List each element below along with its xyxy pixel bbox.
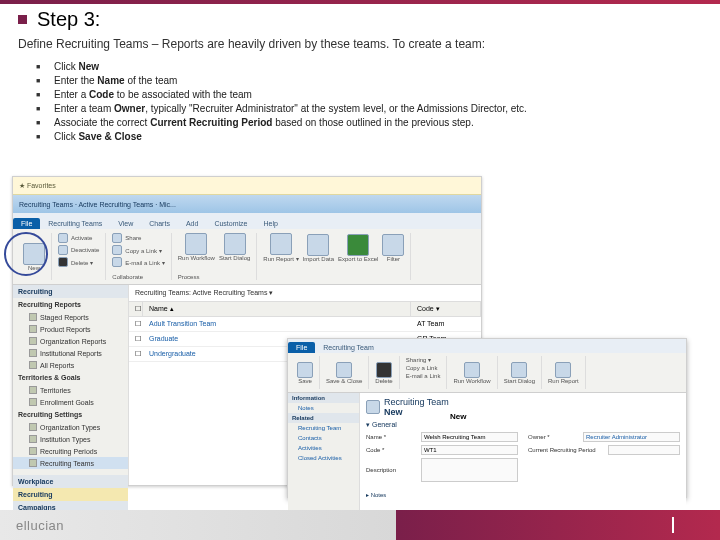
tab-recruiting-teams[interactable]: Recruiting Teams [40, 218, 110, 229]
nav-top[interactable]: Recruiting [13, 285, 128, 298]
filter-button[interactable]: Filter [382, 233, 404, 262]
sub-nav-item[interactable]: Recruiting Team [288, 423, 359, 433]
email-link-button[interactable]: E-mail a Link [406, 373, 441, 379]
import-button[interactable]: Import Data [303, 233, 334, 262]
start-dialog-button[interactable]: Start Dialog [219, 233, 250, 261]
name-field[interactable]: Welsh Recruiting Team [421, 432, 518, 442]
nav-item[interactable]: Recruiting Periods [13, 445, 128, 457]
activate-icon [58, 233, 68, 243]
step-title-row: Step 3: [18, 8, 702, 31]
email-link-button[interactable]: E-mail a Link ▾ [112, 257, 164, 267]
territory-icon [29, 386, 37, 394]
nav-workplace[interactable]: Workplace [13, 475, 128, 488]
period-field-row: Current Recruiting Period [528, 445, 680, 455]
tab-view[interactable]: View [110, 218, 141, 229]
notes-section[interactable]: ▸ Notes [366, 491, 680, 498]
favorites-bar[interactable]: ★ Favorites [13, 177, 481, 195]
new-callout: New [450, 412, 466, 421]
copy-link-button[interactable]: Copy a Link [406, 365, 441, 371]
bullet-list: Click New Enter the Name of the team Ent… [18, 61, 702, 142]
nav-item-teams[interactable]: Recruiting Teams [13, 457, 128, 469]
delete-icon [376, 362, 392, 378]
bullet-item: Enter a Code to be associated with the t… [54, 89, 702, 100]
ribbon-group-collaborate: Share Copy a Link ▾ E-mail a Link ▾ Coll… [106, 233, 171, 280]
sub-tab-file[interactable]: File [288, 342, 315, 353]
sub-nav-related[interactable]: Related [288, 413, 359, 423]
tab-charts[interactable]: Charts [141, 218, 178, 229]
delete-button[interactable]: Delete [369, 356, 399, 389]
owner-field[interactable]: Recruiter Administrator [583, 432, 680, 442]
tab-customize[interactable]: Customize [206, 218, 255, 229]
nav-item[interactable]: Enrollment Goals [13, 396, 128, 408]
nav-item[interactable]: Institutional Reports [13, 347, 128, 359]
sub-nav-notes[interactable]: Notes [288, 403, 359, 413]
workflow-button[interactable]: Run Workflow [447, 356, 497, 389]
nav-group-territories[interactable]: Territories & Goals [13, 371, 128, 384]
inst-icon [29, 435, 37, 443]
save-button[interactable]: Save [291, 356, 320, 389]
form-panel: Recruiting TeamNew ▾ General Name *Welsh… [360, 393, 686, 511]
tab-file[interactable]: File [13, 218, 40, 229]
delete-button[interactable]: Delete ▾ [58, 257, 99, 267]
excel-icon [347, 234, 369, 256]
code-label: Code * [366, 447, 421, 453]
section-general[interactable]: ▾ General [366, 421, 680, 429]
folder-icon [29, 361, 37, 369]
save-close-button[interactable]: Save & Close [320, 356, 369, 389]
ribbon-group-process: Run Workflow Start Dialog Process [172, 233, 258, 280]
code-col[interactable]: Code ▾ [411, 302, 481, 316]
sub-tab-team[interactable]: Recruiting Team [315, 342, 381, 353]
nav-item[interactable]: Organization Types [13, 421, 128, 433]
title-bullet-icon [18, 15, 27, 24]
sub-nav-item[interactable]: Contacts [288, 433, 359, 443]
footer: ellucian [0, 510, 720, 540]
tab-help[interactable]: Help [255, 218, 285, 229]
period-field[interactable] [608, 445, 680, 455]
export-button[interactable]: Export to Excel [338, 233, 378, 262]
nav-item[interactable]: Institution Types [13, 433, 128, 445]
copy-icon [112, 245, 122, 255]
table-row[interactable]: ☐Adult Transition TeamAT Team [129, 317, 481, 332]
step-title: Step 3: [37, 8, 100, 31]
nav-item[interactable]: Territories [13, 384, 128, 396]
sub-nav-item[interactable]: Closed Activities [288, 453, 359, 463]
name-col[interactable]: Name ▴ [143, 302, 411, 316]
sub-nav-item[interactable]: Activities [288, 443, 359, 453]
share-button[interactable]: Share [112, 233, 164, 243]
nav-group-reports[interactable]: Recruiting Reports [13, 298, 128, 311]
grid-breadcrumb[interactable]: Recruiting Teams: Active Recruiting Team… [129, 285, 481, 301]
screenshot-area: ★ Favorites Recruiting Teams · Active Re… [12, 176, 708, 506]
activate-button[interactable]: Activate [58, 233, 99, 243]
report-button[interactable]: Run Report [542, 356, 586, 389]
window-titlebar: Recruiting Teams · Active Recruiting Tea… [13, 195, 481, 213]
code-field[interactable]: WT1 [421, 445, 518, 455]
detail-window: File Recruiting Team Save Save & Close D… [287, 338, 687, 498]
import-icon [307, 234, 329, 256]
deactivate-button[interactable]: Deactivate [58, 245, 99, 255]
copy-link-button[interactable]: Copy a Link ▾ [112, 245, 164, 255]
nav-item[interactable]: Organization Reports [13, 335, 128, 347]
desc-field[interactable] [421, 458, 518, 482]
sub-nav-info[interactable]: Information [288, 393, 359, 403]
brand-logo: ellucian [16, 518, 64, 533]
sub-ribbon: Save Save & Close Delete Sharing ▾ Copy … [288, 353, 686, 393]
new-icon [23, 243, 45, 265]
dialog-button[interactable]: Start Dialog [498, 356, 542, 389]
team-icon [29, 459, 37, 467]
bullet-item: Click Save & Close [54, 131, 702, 142]
run-workflow-button[interactable]: Run Workflow [178, 233, 215, 261]
nav-group-settings[interactable]: Recruiting Settings [13, 408, 128, 421]
nav-recruiting[interactable]: Recruiting [13, 488, 128, 501]
nav-item[interactable]: All Reports [13, 359, 128, 371]
nav-item[interactable]: Product Reports [13, 323, 128, 335]
new-button[interactable]: New [17, 233, 52, 280]
checkbox-col[interactable]: ☐ [129, 302, 143, 316]
nav-item[interactable]: Staged Reports [13, 311, 128, 323]
folder-icon [29, 337, 37, 345]
tab-add[interactable]: Add [178, 218, 206, 229]
goals-icon [29, 398, 37, 406]
sharing-button[interactable]: Sharing ▾ [406, 356, 441, 363]
deactivate-icon [58, 245, 68, 255]
delete-icon [58, 257, 68, 267]
run-report-button[interactable]: Run Report ▾ [263, 233, 298, 262]
